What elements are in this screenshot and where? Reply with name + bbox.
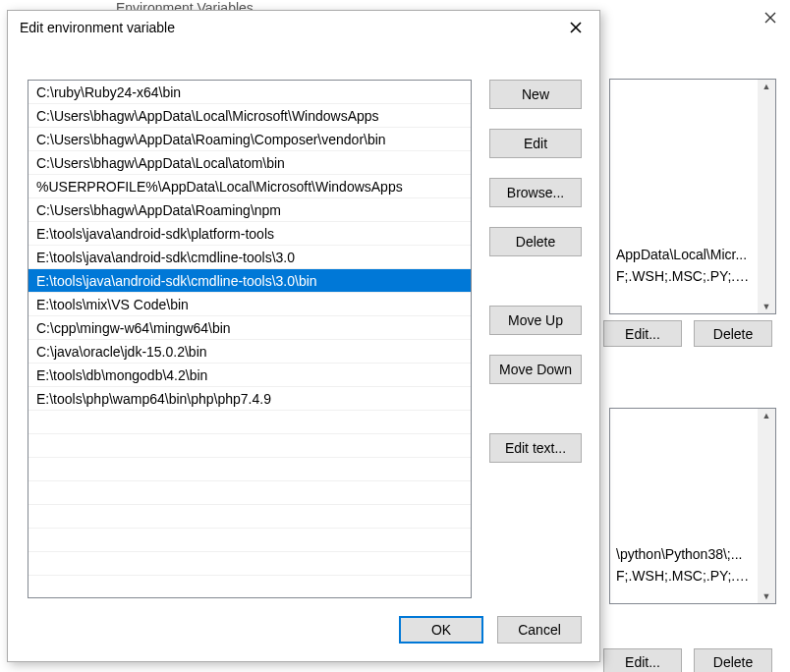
parent-list-1: AppData\Local\Micr... F;.WSH;.MSC;.PY;.P… [609, 79, 776, 314]
path-row-empty[interactable] [28, 529, 471, 552]
scroll-up-icon: ▲ [762, 409, 771, 422]
parent-list-2: \python\Python38\;... F;.WSH;.MSC;.PY;.P… [609, 408, 776, 604]
path-row[interactable]: C:\Users\bhagw\AppData\Local\Microsoft\W… [28, 104, 471, 128]
close-icon [570, 22, 582, 33]
edit-env-var-dialog: Edit environment variable C:\ruby\Ruby24… [7, 10, 600, 662]
path-row[interactable]: E:\tools\java\android-sdk\platform-tools [28, 222, 471, 246]
move-down-button[interactable]: Move Down [489, 355, 582, 384]
dialog-titlebar: Edit environment variable [8, 11, 599, 44]
path-row[interactable]: %USERPROFILE%\AppData\Local\Microsoft\Wi… [28, 175, 471, 198]
ok-button[interactable]: OK [399, 616, 483, 644]
side-button-column: New Edit Browse... Delete Move Up Move D… [489, 80, 582, 463]
path-listbox[interactable]: C:\ruby\Ruby24-x64\binC:\Users\bhagw\App… [28, 80, 472, 598]
path-row-empty[interactable] [28, 505, 471, 529]
new-button[interactable]: New [489, 80, 582, 109]
scroll-down-icon: ▼ [762, 300, 771, 313]
cancel-button[interactable]: Cancel [497, 616, 582, 644]
path-row-empty[interactable] [28, 411, 471, 434]
parent-delete2-button[interactable]: Delete [694, 648, 772, 672]
path-row[interactable]: C:\java\oracle\jdk-15.0.2\bin [28, 340, 471, 364]
path-row-empty[interactable] [28, 552, 471, 576]
parent-edit1-button[interactable]: Edit... [603, 320, 682, 347]
dialog-close-button[interactable] [562, 14, 590, 41]
path-row[interactable]: C:\cpp\mingw-w64\mingw64\bin [28, 316, 471, 340]
dialog-footer: OK Cancel [399, 616, 582, 644]
path-row-empty[interactable] [28, 434, 471, 458]
parent-list1-scrollbar[interactable]: ▲ ▼ [758, 80, 775, 313]
parent-list1-text1: AppData\Local\Micr... [616, 247, 756, 262]
browse-button[interactable]: Browse... [489, 178, 582, 207]
scroll-down-icon: ▼ [762, 589, 771, 603]
edit-button[interactable]: Edit [489, 129, 582, 158]
parent-list2-text2: F;.WSH;.MSC;.PY;.PYW [616, 568, 756, 584]
parent-edit2-button[interactable]: Edit... [603, 648, 682, 672]
delete-button[interactable]: Delete [489, 227, 582, 256]
move-up-button[interactable]: Move Up [489, 306, 582, 335]
parent-list1-text2: F;.WSH;.MSC;.PY;.PY... [616, 268, 756, 284]
path-row[interactable]: C:\ruby\Ruby24-x64\bin [28, 81, 471, 104]
scroll-up-icon: ▲ [762, 80, 771, 93]
path-row[interactable]: C:\Users\bhagw\AppData\Roaming\Composer\… [28, 128, 471, 151]
dialog-title: Edit environment variable [20, 20, 175, 35]
close-icon [764, 12, 776, 24]
path-row[interactable]: E:\tools\php\wamp64\bin\php\php7.4.9 [28, 387, 471, 411]
path-row[interactable]: E:\tools\db\mongodb\4.2\bin [28, 364, 471, 387]
parent-delete1-button[interactable]: Delete [694, 320, 772, 347]
path-row-empty[interactable] [28, 481, 471, 505]
path-row-empty[interactable] [28, 458, 471, 481]
path-row[interactable]: E:\tools\java\android-sdk\cmdline-tools\… [28, 246, 471, 269]
edit-text-button[interactable]: Edit text... [489, 433, 582, 463]
path-row[interactable]: E:\tools\mix\VS Code\bin [28, 293, 471, 316]
parent-list2-text1: \python\Python38\;... [616, 546, 756, 562]
parent-list2-scrollbar[interactable]: ▲ ▼ [758, 409, 775, 603]
path-row[interactable]: C:\Users\bhagw\AppData\Roaming\npm [28, 198, 471, 222]
path-row[interactable]: C:\Users\bhagw\AppData\Local\atom\bin [28, 151, 471, 175]
parent-close-button[interactable] [759, 6, 782, 29]
path-row[interactable]: E:\tools\java\android-sdk\cmdline-tools\… [28, 269, 471, 293]
